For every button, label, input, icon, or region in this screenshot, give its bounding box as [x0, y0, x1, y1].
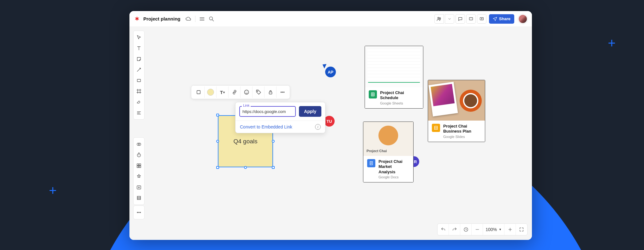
- card-title: Project Chai Schedule: [380, 90, 419, 101]
- navigator-button[interactable]: [460, 224, 472, 235]
- card-source: Google Docs: [379, 175, 409, 179]
- sticky-text: Q4 goals: [233, 138, 257, 145]
- resize-handle[interactable]: [216, 114, 219, 116]
- svg-point-10: [282, 92, 283, 92]
- zoom-level[interactable]: 100%▼: [483, 224, 504, 235]
- svg-point-0: [209, 17, 212, 20]
- resize-handle[interactable]: [272, 166, 275, 169]
- svg-point-9: [281, 92, 281, 92]
- more-tools[interactable]: [134, 207, 144, 218]
- connector-tool[interactable]: [134, 107, 144, 118]
- sticky-tool[interactable]: [134, 54, 144, 64]
- select-tool[interactable]: [134, 32, 144, 43]
- decoration-plus-icon: +: [49, 183, 57, 198]
- docs-icon: [367, 159, 375, 167]
- sheets-icon: [369, 90, 377, 98]
- pen-tool[interactable]: [134, 97, 144, 107]
- card-preview: [365, 46, 423, 87]
- svg-point-1: [438, 17, 439, 19]
- present-button[interactable]: [477, 14, 486, 24]
- text-tool[interactable]: [134, 43, 144, 54]
- reactions-button[interactable]: [466, 14, 476, 24]
- resize-handle[interactable]: [272, 140, 275, 143]
- svg-point-28: [139, 212, 139, 213]
- grid-tool[interactable]: [134, 160, 144, 171]
- import-tool[interactable]: [134, 182, 144, 193]
- user-avatar[interactable]: [518, 14, 528, 24]
- resize-handle[interactable]: [216, 166, 219, 169]
- svg-rect-17: [137, 79, 141, 82]
- share-label: Share: [499, 16, 510, 21]
- resize-handle[interactable]: [216, 140, 219, 143]
- redo-button[interactable]: [449, 224, 460, 235]
- svg-rect-21: [137, 164, 139, 165]
- embed-card-slides[interactable]: Project Chai Business Plan Google Slides: [428, 80, 485, 142]
- svg-rect-23: [137, 166, 139, 168]
- svg-point-2: [439, 17, 441, 19]
- embed-card-docs[interactable]: Project Chai Market Analysis Google Docs: [363, 122, 414, 182]
- embed-card-sheets[interactable]: Project Chai Schedule Google Sheets: [365, 46, 423, 109]
- convert-link[interactable]: Convert to Embedded Link: [240, 124, 292, 129]
- tag-button[interactable]: [253, 86, 265, 98]
- undo-button[interactable]: [438, 224, 449, 235]
- svg-rect-24: [139, 166, 141, 168]
- chat-button[interactable]: [456, 14, 465, 24]
- link-field-label: Link: [242, 104, 251, 107]
- fill-color-button[interactable]: [205, 86, 217, 98]
- frame-tool[interactable]: [134, 86, 144, 97]
- divider: [195, 16, 195, 22]
- more-toolbar: [133, 205, 145, 219]
- card-source: Google Sheets: [380, 101, 419, 105]
- share-button[interactable]: Share: [489, 14, 514, 24]
- decoration-plus-icon: +: [608, 36, 616, 51]
- card-preview: [363, 122, 413, 156]
- link-button[interactable]: [229, 86, 241, 98]
- logo-icon: [134, 16, 140, 22]
- zoom-toolbar: 100%▼: [437, 223, 528, 235]
- search-icon[interactable]: [208, 16, 215, 22]
- svg-rect-15: [435, 127, 437, 128]
- canvas[interactable]: Q4 goals T▾ Link: [129, 27, 532, 240]
- svg-rect-5: [197, 91, 200, 94]
- fullscreen-button[interactable]: [516, 224, 527, 235]
- context-toolbar: T▾: [191, 85, 290, 99]
- link-input[interactable]: [239, 106, 296, 117]
- svg-point-29: [140, 212, 140, 213]
- svg-rect-22: [139, 164, 141, 165]
- shape-button[interactable]: [193, 86, 205, 98]
- card-preview: [428, 80, 485, 121]
- apply-button[interactable]: Apply: [299, 106, 321, 117]
- collaborators-button[interactable]: [434, 14, 444, 24]
- card-source: Google Slides: [443, 135, 481, 139]
- app-window: Project planning Share Q4 goals: [129, 11, 532, 240]
- diagram-tool[interactable]: [134, 139, 144, 150]
- extras-toolbar: [133, 137, 145, 205]
- hamburger-menu-icon[interactable]: [199, 16, 205, 22]
- svg-point-11: [283, 92, 284, 92]
- resize-handle[interactable]: [244, 166, 247, 169]
- svg-rect-26: [137, 196, 141, 200]
- timer-tool[interactable]: [134, 150, 144, 160]
- header: Project planning Share: [129, 11, 532, 27]
- cloud-sync-icon[interactable]: [185, 16, 192, 22]
- zoom-out-button[interactable]: [472, 224, 483, 235]
- lock-button[interactable]: [265, 86, 277, 98]
- svg-point-6: [244, 90, 249, 94]
- info-icon[interactable]: i: [315, 124, 321, 130]
- svg-rect-8: [269, 92, 272, 94]
- svg-rect-3: [469, 17, 473, 20]
- line-tool[interactable]: [134, 64, 144, 75]
- more-button[interactable]: [277, 86, 289, 98]
- zoom-in-button[interactable]: [504, 224, 516, 235]
- text-size-button[interactable]: T▾: [217, 86, 229, 98]
- collaborators-dropdown[interactable]: [445, 14, 454, 24]
- link-popover: Link Apply Convert to Embedded Link i: [235, 102, 325, 133]
- shape-tool[interactable]: [134, 75, 144, 86]
- voting-tool[interactable]: [134, 171, 144, 182]
- collaborator-cursor-ap: AP: [323, 63, 327, 68]
- table-tool[interactable]: [134, 193, 144, 203]
- card-title: Project Chai Market Analysis: [379, 159, 409, 175]
- svg-point-7: [257, 91, 258, 92]
- emoji-button[interactable]: [241, 86, 253, 98]
- document-title[interactable]: Project planning: [143, 16, 181, 21]
